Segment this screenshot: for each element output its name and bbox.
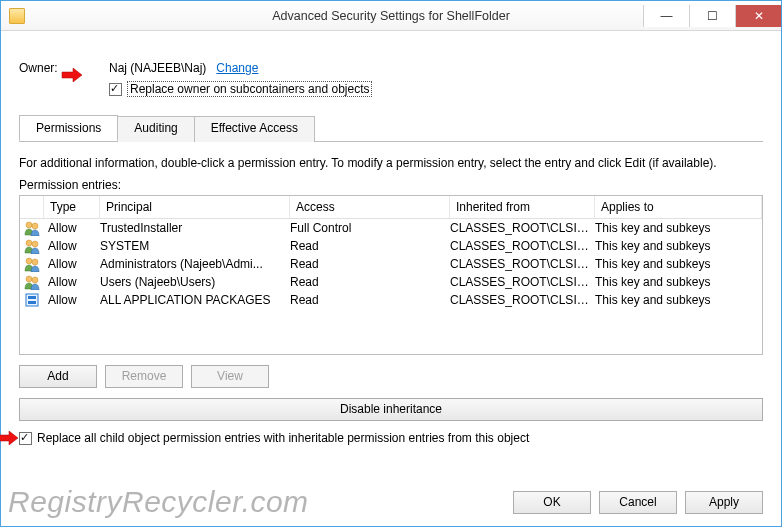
cell-principal: SYSTEM (100, 239, 290, 253)
cell-principal: Administrators (Najeeb\Admi... (100, 257, 290, 271)
col-header-applies[interactable]: Applies to (595, 196, 762, 218)
principal-icon (20, 292, 44, 308)
principal-icon (20, 238, 44, 254)
owner-row: Owner: Naj (NAJEEB\Naj) Change (19, 61, 763, 75)
svg-point-7 (32, 277, 38, 283)
entry-buttons-row: Add Remove View (19, 365, 763, 388)
list-body: AllowTrustedInstallerFull ControlCLASSES… (20, 219, 762, 309)
apply-button[interactable]: Apply (685, 491, 763, 514)
principal-icon (20, 220, 44, 236)
cell-applies: This key and subkeys (595, 257, 762, 271)
svg-point-5 (32, 259, 38, 265)
col-header-access[interactable]: Access (290, 196, 450, 218)
col-header-icon[interactable] (20, 196, 44, 218)
cell-access: Read (290, 275, 450, 289)
annotation-arrow-icon (0, 431, 19, 445)
replace-child-checkbox[interactable] (19, 432, 32, 445)
svg-point-1 (32, 223, 38, 229)
cell-access: Read (290, 257, 450, 271)
list-header: Type Principal Access Inherited from App… (20, 196, 762, 219)
security-settings-window: Advanced Security Settings for ShellFold… (0, 0, 782, 527)
col-header-type[interactable]: Type (44, 196, 100, 218)
cancel-button[interactable]: Cancel (599, 491, 677, 514)
cell-applies: This key and subkeys (595, 275, 762, 289)
principal-icon (20, 256, 44, 272)
cell-access: Read (290, 293, 450, 307)
svg-rect-9 (28, 296, 36, 299)
svg-point-2 (26, 240, 32, 246)
table-row[interactable]: AllowSYSTEMReadCLASSES_ROOT\CLSID...This… (20, 237, 762, 255)
replace-owner-label[interactable]: Replace owner on subcontainers and objec… (127, 81, 372, 97)
col-header-principal[interactable]: Principal (100, 196, 290, 218)
tabs: Permissions Auditing Effective Access (19, 115, 763, 142)
cell-applies: This key and subkeys (595, 221, 762, 235)
replace-owner-row: Replace owner on subcontainers and objec… (109, 81, 763, 97)
cell-principal: ALL APPLICATION PACKAGES (100, 293, 290, 307)
permission-entries-list[interactable]: Type Principal Access Inherited from App… (19, 195, 763, 355)
cell-access: Read (290, 239, 450, 253)
replace-child-label[interactable]: Replace all child object permission entr… (37, 431, 529, 445)
owner-name: Naj (NAJEEB\Naj) (109, 61, 206, 75)
table-row[interactable]: AllowTrustedInstallerFull ControlCLASSES… (20, 219, 762, 237)
cell-inherited: CLASSES_ROOT\CLSID... (450, 293, 595, 307)
cell-type: Allow (44, 275, 100, 289)
dialog-buttons: OK Cancel Apply (513, 491, 763, 514)
titlebar[interactable]: Advanced Security Settings for ShellFold… (1, 1, 781, 31)
principal-icon (20, 274, 44, 290)
table-row[interactable]: AllowUsers (Najeeb\Users)ReadCLASSES_ROO… (20, 273, 762, 291)
table-row[interactable]: AllowAdministrators (Najeeb\Admi...ReadC… (20, 255, 762, 273)
tab-effective-access[interactable]: Effective Access (194, 116, 315, 142)
annotation-arrow-icon (61, 68, 83, 82)
svg-point-3 (32, 241, 38, 247)
cell-inherited: CLASSES_ROOT\CLSID... (450, 275, 595, 289)
svg-rect-8 (26, 294, 38, 306)
col-header-inherited[interactable]: Inherited from (450, 196, 595, 218)
svg-point-6 (26, 276, 32, 282)
cell-access: Full Control (290, 221, 450, 235)
change-owner-link[interactable]: Change (216, 61, 258, 75)
cell-type: Allow (44, 293, 100, 307)
cell-principal: TrustedInstaller (100, 221, 290, 235)
cell-applies: This key and subkeys (595, 239, 762, 253)
cell-inherited: CLASSES_ROOT\CLSID... (450, 221, 595, 235)
tab-auditing[interactable]: Auditing (117, 116, 194, 142)
table-row[interactable]: AllowALL APPLICATION PACKAGESReadCLASSES… (20, 291, 762, 309)
disable-inheritance-row: Disable inheritance (19, 398, 763, 421)
cell-principal: Users (Najeeb\Users) (100, 275, 290, 289)
remove-button: Remove (105, 365, 183, 388)
window-title: Advanced Security Settings for ShellFold… (1, 9, 781, 23)
disable-inheritance-button[interactable]: Disable inheritance (19, 398, 763, 421)
cell-type: Allow (44, 221, 100, 235)
cell-applies: This key and subkeys (595, 293, 762, 307)
entries-label: Permission entries: (19, 178, 763, 192)
cell-inherited: CLASSES_ROOT\CLSID... (450, 257, 595, 271)
ok-button[interactable]: OK (513, 491, 591, 514)
replace-child-row: Replace all child object permission entr… (19, 431, 763, 445)
dialog-content: Owner: Naj (NAJEEB\Naj) Change Replace o… (1, 31, 781, 526)
tab-permissions[interactable]: Permissions (19, 115, 118, 141)
svg-rect-10 (28, 301, 36, 304)
svg-point-0 (26, 222, 32, 228)
cell-type: Allow (44, 239, 100, 253)
replace-owner-checkbox[interactable] (109, 83, 122, 96)
cell-inherited: CLASSES_ROOT\CLSID... (450, 239, 595, 253)
add-button[interactable]: Add (19, 365, 97, 388)
info-text: For additional information, double-click… (19, 156, 763, 170)
svg-point-4 (26, 258, 32, 264)
view-button: View (191, 365, 269, 388)
cell-type: Allow (44, 257, 100, 271)
